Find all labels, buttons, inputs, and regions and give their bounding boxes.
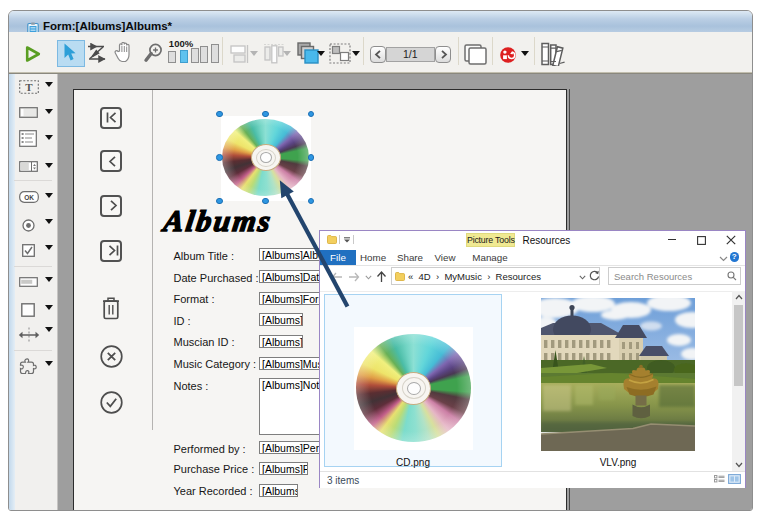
svg-text:OK: OK — [24, 193, 34, 200]
svg-text:T: T — [25, 81, 33, 93]
